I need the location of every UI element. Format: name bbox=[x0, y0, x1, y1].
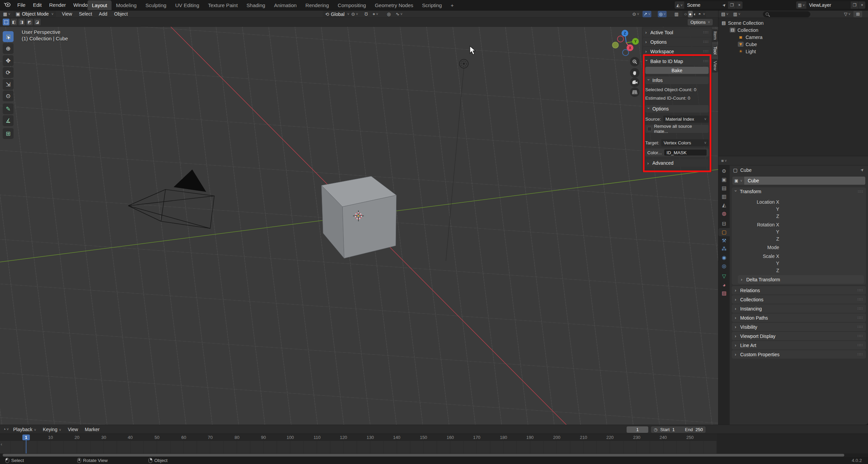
properties-panel-header[interactable]: ›Motion Paths∷∷ bbox=[732, 314, 866, 322]
menu-view[interactable]: View bbox=[59, 11, 76, 17]
tab-modifier-properties[interactable]: ⚒ bbox=[718, 237, 730, 245]
shading-rendered-icon[interactable]: ◓ bbox=[697, 11, 702, 17]
properties-panel-header[interactable]: ›Relations∷∷ bbox=[732, 286, 866, 295]
select-mode-intersect[interactable]: ◪ bbox=[34, 19, 41, 25]
workspace-tab[interactable]: Compositing bbox=[333, 0, 370, 10]
duplicate-scene-icon[interactable]: ❐ bbox=[728, 1, 736, 9]
menu-file[interactable]: File bbox=[14, 0, 29, 10]
tool-transform[interactable]: ⊙ bbox=[3, 90, 14, 101]
timeline-collapse-icon[interactable]: ‹ bbox=[1, 442, 2, 447]
tool-annotate[interactable]: ✎ bbox=[3, 103, 14, 114]
blender-logo-icon[interactable] bbox=[0, 2, 14, 8]
tab-material-properties[interactable]: ◕ bbox=[718, 281, 730, 289]
tool-rotate[interactable]: ⟳ bbox=[3, 67, 14, 78]
properties-editor-type-button[interactable]: ≡˅ bbox=[720, 158, 728, 164]
falloff-dropdown[interactable]: ∿˅ bbox=[395, 11, 403, 17]
menu-select[interactable]: Select bbox=[76, 11, 96, 17]
mode-dropdown[interactable]: ▣ Object Mode˅ bbox=[13, 11, 56, 17]
workspace-tab[interactable]: + bbox=[446, 0, 458, 10]
timeline-tracks[interactable] bbox=[0, 441, 717, 453]
menu-render[interactable]: Render bbox=[45, 0, 70, 10]
start-frame-field[interactable]: 1 bbox=[672, 427, 675, 432]
tab-output-properties[interactable]: ▤ bbox=[718, 184, 730, 192]
viewlayer-icon[interactable]: ▥ ˅ bbox=[796, 1, 806, 9]
pan-hand-button[interactable] bbox=[630, 68, 639, 78]
shading-wireframe-icon[interactable]: ○ bbox=[683, 11, 688, 17]
workspace-tab[interactable]: Geometry Nodes bbox=[370, 0, 417, 10]
timeline-scrollbar-thumb[interactable] bbox=[3, 454, 844, 457]
outliner-row-collection[interactable]: ⊟ Collection ✓ ⊙ ⊡ bbox=[718, 26, 868, 34]
viewport-3d[interactable] bbox=[0, 11, 718, 425]
tab-object-properties[interactable]: ▢ bbox=[718, 228, 730, 236]
camera-view-button[interactable] bbox=[630, 78, 639, 87]
editor-type-button[interactable]: ▦˅ bbox=[2, 11, 11, 17]
properties-panel-header[interactable]: ›Visibility∷∷ bbox=[732, 323, 866, 331]
properties-panel-header[interactable]: ›Collections∷∷ bbox=[732, 295, 866, 304]
tab-render-properties[interactable]: ▣ bbox=[718, 176, 730, 184]
tab-tool-properties[interactable]: ⚙ bbox=[718, 167, 730, 175]
show-overlays-toggle[interactable]: ◎˅ bbox=[658, 11, 667, 17]
ortho-grid-button[interactable] bbox=[630, 87, 639, 97]
cube-object[interactable] bbox=[321, 176, 396, 258]
shading-material-icon[interactable]: ◐ bbox=[693, 11, 697, 17]
current-frame-field[interactable]: 1 bbox=[627, 426, 648, 433]
xray-toggle[interactable]: ▥ bbox=[673, 11, 679, 17]
tool-add-cube[interactable]: ⊞ bbox=[3, 128, 14, 139]
sidebar-tab-view[interactable]: View bbox=[712, 59, 718, 73]
playhead-line[interactable] bbox=[26, 440, 26, 453]
tool-cursor[interactable]: ⊕ bbox=[3, 43, 14, 54]
select-mode-invert[interactable]: ◩ bbox=[26, 19, 33, 25]
playhead[interactable]: 1 bbox=[22, 435, 30, 440]
workspace-tab[interactable]: Scripting bbox=[418, 0, 446, 10]
menu-add[interactable]: Add bbox=[96, 11, 111, 17]
end-frame-field[interactable]: 250 bbox=[695, 427, 703, 432]
workspace-tab[interactable]: Shading bbox=[242, 0, 270, 10]
menu-object[interactable]: Object bbox=[111, 11, 131, 17]
workspace-tab[interactable]: Texture Paint bbox=[204, 0, 242, 10]
timeline-menu[interactable]: Keying bbox=[39, 427, 64, 432]
unlink-scene-icon[interactable]: × bbox=[736, 1, 743, 9]
gizmo-neg-x-axis[interactable] bbox=[617, 36, 624, 42]
sidebar-tab-item[interactable]: Item bbox=[712, 29, 718, 42]
orientation-dropdown[interactable]: ⟲Global˅ bbox=[323, 11, 352, 17]
tab-viewlayer-properties[interactable]: ▥ bbox=[718, 193, 730, 201]
properties-panel-header[interactable]: ›Instancing∷∷ bbox=[732, 304, 866, 313]
shading-solid-icon[interactable]: ● bbox=[688, 11, 693, 17]
workspace-tab[interactable]: UV Editing bbox=[171, 0, 204, 10]
outliner-row-cube[interactable]: ▶ ▼ Cube ▽ ⊙ ⊡ bbox=[718, 41, 868, 48]
tool-scale[interactable]: ⇲ bbox=[3, 79, 14, 90]
tab-collection-properties[interactable]: ⊟ bbox=[718, 220, 730, 228]
sidebar-panel-header[interactable]: ›Options∷∷ bbox=[643, 38, 711, 46]
transform-panel-header[interactable]: ›Transform∷∷ bbox=[732, 187, 866, 196]
tab-particle-properties[interactable]: ⁂ bbox=[718, 245, 730, 253]
camera-object[interactable] bbox=[128, 169, 214, 228]
tool-options-button[interactable]: Options˅ bbox=[688, 19, 713, 25]
duplicate-viewlayer-icon[interactable]: ❐ bbox=[851, 1, 859, 9]
scene-selector[interactable]: ◭ ˅ Scene ➤ ❐ × bbox=[675, 1, 743, 9]
viewlayer-selector[interactable]: ▥ ˅ ViewLayer ❐ × bbox=[796, 1, 865, 9]
sidebar-panel-header[interactable]: ›Active Tool∷∷ bbox=[643, 28, 711, 37]
pivot-point-dropdown[interactable]: ⊙˅ bbox=[350, 11, 359, 17]
menu-edit[interactable]: Edit bbox=[29, 0, 45, 10]
timeline-menu[interactable]: View bbox=[64, 427, 81, 432]
outliner-row-light[interactable]: ▶ ☀ Light ◎ ⊙ ⊡ bbox=[718, 48, 868, 55]
gizmo-neg-z-axis[interactable] bbox=[623, 49, 629, 56]
navigation-gizmo[interactable]: Z Y X bbox=[610, 15, 644, 56]
display-mode-dropdown[interactable]: ▥˅ bbox=[732, 11, 741, 17]
tab-constraint-properties[interactable]: ◎ bbox=[718, 262, 730, 270]
snap-magnet-icon[interactable]: Ω bbox=[363, 11, 369, 17]
properties-panel-header[interactable]: ›Viewport Display∷∷ bbox=[732, 332, 866, 340]
properties-panel-header[interactable]: ›Line Art∷∷ bbox=[732, 341, 866, 349]
gizmo-neg-y-axis[interactable] bbox=[612, 42, 618, 48]
pin-icon[interactable]: ➤ bbox=[721, 1, 728, 9]
proportional-edit-icon[interactable]: ◎ bbox=[386, 11, 392, 17]
workspace-tab[interactable]: Layout bbox=[87, 0, 112, 10]
outliner-editor-type-button[interactable]: ▤˅ bbox=[720, 11, 729, 17]
filter-dropdown[interactable]: ▽˅ bbox=[843, 11, 851, 17]
workspace-tab[interactable]: Rendering bbox=[301, 0, 333, 10]
timeline-editor-type-button[interactable]: ◔˅ bbox=[2, 426, 10, 432]
outliner-row-scene-collection[interactable]: ▤ Scene Collection bbox=[718, 19, 868, 26]
light-object[interactable] bbox=[459, 59, 468, 68]
delta-transform-panel-header[interactable]: ›Delta Transform bbox=[738, 275, 864, 284]
outliner-search-input[interactable] bbox=[763, 11, 810, 17]
